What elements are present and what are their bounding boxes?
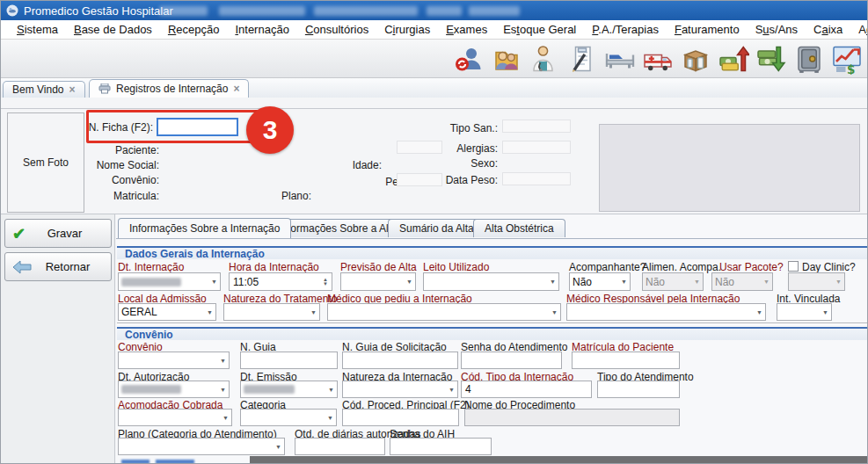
senha-aih-input[interactable]: [390, 438, 492, 455]
patient-sync-icon[interactable]: [449, 41, 487, 76]
tipo-sanguineo-label: Tipo San.:: [436, 122, 498, 134]
leito-utilizado-combo[interactable]: ▼: [423, 272, 559, 291]
senha-atendimento-input[interactable]: [461, 352, 562, 369]
menu-item-base-de-dados[interactable]: Base de Dados: [66, 21, 160, 38]
paciente-label: Paciente:: [89, 144, 159, 156]
plano-categoria-combo[interactable]: ▼: [118, 438, 285, 455]
payment-down-icon[interactable]: [752, 41, 790, 76]
dropdown-arrow-icon: ▼: [217, 387, 226, 393]
n-guia-solicitacao-input[interactable]: [342, 352, 458, 369]
printer-icon: [98, 83, 111, 94]
hospital-bed-icon[interactable]: [601, 41, 638, 76]
retornar-button[interactable]: Retornar: [4, 252, 112, 281]
cod-tipo-internacao-input[interactable]: [461, 381, 592, 398]
tipo-atendimento-input[interactable]: [597, 381, 680, 398]
convenio-combo[interactable]: ▼: [118, 352, 230, 369]
safe-icon[interactable]: [790, 41, 828, 76]
pharmacy-stock-icon[interactable]: [676, 41, 714, 76]
close-tab-icon[interactable]: ×: [69, 83, 75, 96]
prescription-icon[interactable]: [563, 41, 601, 76]
acompanhante-value: Não: [573, 276, 592, 288]
dropdown-arrow-icon: ▼: [325, 387, 334, 393]
menu-item-internacao[interactable]: Internação: [227, 21, 296, 38]
hora-internacao-label: Hora da Internação: [229, 261, 319, 273]
dt-internacao-combo[interactable]: ▼: [118, 272, 221, 291]
idade-value: [397, 141, 442, 154]
day-clinic-checkbox[interactable]: [788, 261, 799, 272]
tab-registros-internacao[interactable]: Registros de Internação ×: [89, 79, 249, 98]
redacted-title-text: [314, 6, 418, 16]
menu-item-estoque-geral[interactable]: Estoque Geral: [495, 21, 584, 38]
hora-internacao-spinner[interactable]: 11:05 ▲▼: [229, 272, 332, 291]
previsao-alta-label: Previsão de Alta: [340, 261, 417, 273]
close-tab-icon[interactable]: ×: [233, 83, 239, 95]
menu-item-cirurgias[interactable]: Cirurgias: [376, 21, 438, 38]
dropdown-arrow-icon: ▼: [325, 415, 333, 421]
usar-pacote-combo: Não ▼: [711, 272, 773, 291]
gravar-button[interactable]: ✔ Gravar: [4, 219, 112, 248]
horizontal-splitter[interactable]: [250, 456, 867, 463]
menu-item-exames[interactable]: Exames: [438, 21, 495, 38]
divider: [116, 238, 868, 239]
doctor-icon[interactable]: [525, 41, 563, 76]
tab-informacoes-internacao[interactable]: Informações Sobre a Internação: [118, 218, 291, 238]
financial-chart-icon[interactable]: $: [828, 41, 865, 76]
local-admissao-combo[interactable]: GERAL ▼: [118, 303, 216, 321]
natureza-tratamento-combo[interactable]: ▼: [223, 303, 320, 321]
svg-text:$: $: [847, 62, 855, 75]
menu-item-consultorios[interactable]: Consultórios: [297, 21, 376, 38]
natureza-internacao-combo[interactable]: ▼: [342, 381, 458, 398]
matricula-paciente-input[interactable]: [572, 352, 680, 369]
dt-emissao-combo[interactable]: ▼: [240, 381, 338, 398]
previsao-alta-combo[interactable]: ▼: [340, 272, 416, 291]
spinner-arrows-icon[interactable]: ▲▼: [323, 278, 328, 286]
divider: [117, 323, 867, 324]
acompanhante-combo[interactable]: Não ▼: [569, 272, 631, 291]
medico-pediu-combo[interactable]: ▼: [327, 303, 561, 321]
tab-alta-obstetrica[interactable]: Alta Obstétrica: [473, 219, 565, 237]
sexo-label: Sexo:: [436, 157, 498, 170]
tab-sumario-alta[interactable]: Sumário da Alta: [388, 219, 485, 237]
menu-item-faturamento[interactable]: Faturamento: [667, 21, 748, 38]
menu-item-caixa[interactable]: Caixa: [806, 21, 850, 38]
categoria-combo[interactable]: ▼: [240, 409, 337, 426]
photo-placeholder-label: Sem Foto: [23, 156, 69, 169]
clipped-next-section-text: [156, 460, 194, 464]
ambulance-icon[interactable]: [638, 41, 676, 76]
leito-utilizado-label: Leito Utilizado: [423, 261, 489, 273]
medico-responsavel-combo[interactable]: ▼: [566, 303, 766, 321]
tab-label: Sumário da Alta: [399, 222, 474, 235]
section-dados-gerais: Dados Gerais da Internação: [117, 246, 867, 259]
redacted-title-text: [469, 6, 520, 16]
patient-records-icon[interactable]: [487, 41, 525, 76]
annotation-step-badge: 3: [246, 106, 294, 154]
qtd-diarias-input[interactable]: [295, 438, 385, 455]
dt-autorizacao-combo[interactable]: ▼: [118, 381, 230, 398]
menu-item-sistema[interactable]: Sistema: [9, 21, 66, 38]
dropdown-arrow-icon: ▼: [273, 444, 281, 450]
hora-value: 11:05: [233, 276, 259, 288]
tab-label: Registros de Internação: [116, 83, 228, 95]
acomodacao-cobrada-combo[interactable]: ▼: [118, 409, 232, 426]
annotation-step-number: 3: [263, 115, 278, 145]
redacted-date-value: [121, 278, 181, 286]
acompanhante-label: Acompanhante?: [569, 261, 646, 273]
dropdown-arrow-icon: ▼: [308, 309, 317, 315]
cod-proced-input[interactable]: [342, 409, 459, 426]
patient-photo-placeholder: Sem Foto: [7, 112, 84, 213]
tab-label: Informações Sobre a Internação: [129, 222, 280, 235]
section-title: Convênio: [125, 329, 173, 341]
revenue-up-icon[interactable]: [714, 41, 752, 76]
menu-item-administracao[interactable]: Administração: [850, 21, 868, 38]
day-clinic-label: Day Clinic?: [802, 261, 856, 273]
check-icon: ✔: [12, 224, 26, 243]
int-vinculada-combo[interactable]: ▼: [777, 303, 832, 321]
app-window: Promedico Gestão Hospitalar SistemaBase …: [0, 0, 868, 464]
tab-bem-vindo[interactable]: Bem Vindo ×: [3, 81, 85, 98]
annotation-highlight-box: [86, 110, 259, 143]
menu-item-p-a-terapias[interactable]: P.A./Terapias: [584, 21, 667, 38]
menu-item-sus-ans[interactable]: Sus/Ans: [748, 21, 806, 38]
n-guia-input[interactable]: [240, 352, 338, 369]
menu-item-recepcao[interactable]: Recepção: [160, 21, 228, 38]
alergias-value: [502, 141, 571, 154]
